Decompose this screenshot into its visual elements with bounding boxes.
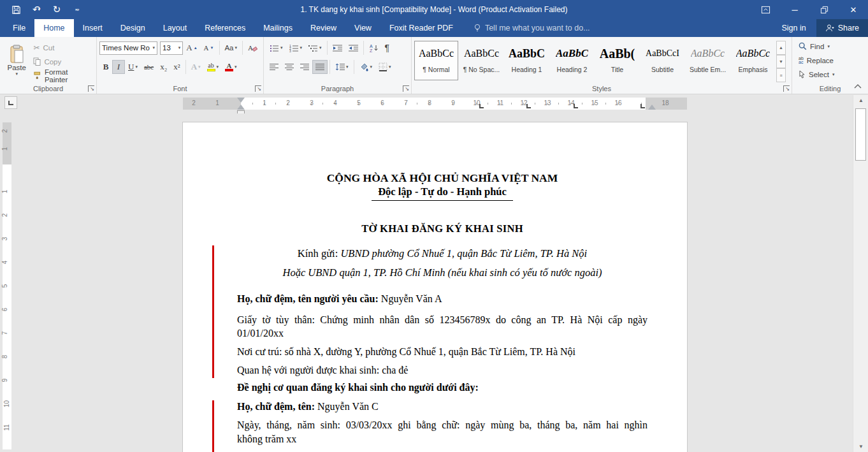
style-title[interactable]: AaBb( Title xyxy=(595,41,639,80)
replace-button[interactable]: abac Replace xyxy=(799,54,865,67)
undo-dropdown-icon[interactable]: ▾ xyxy=(38,7,41,12)
styles-scroll-up-icon[interactable]: ▲ xyxy=(776,41,786,55)
style-emphasis[interactable]: AaBbCc Emphasis xyxy=(731,41,775,80)
font-family-value: Times New Ro xyxy=(102,44,150,52)
font-size-combobox[interactable]: 13 ▾ xyxy=(160,41,183,55)
font-size-dropdown-icon[interactable]: ▾ xyxy=(178,45,181,50)
borders-button[interactable]: ▾ xyxy=(375,60,394,74)
tab-file[interactable]: File xyxy=(4,19,34,37)
customize-qat-icon[interactable]: ≂ xyxy=(68,1,87,18)
clipboard-dialog-launcher[interactable]: ↘ xyxy=(88,85,94,92)
select-dropdown-icon[interactable]: ▾ xyxy=(832,72,835,77)
first-line-indent-marker[interactable] xyxy=(237,98,245,103)
bold-button[interactable]: B xyxy=(99,60,112,74)
tab-insert[interactable]: Insert xyxy=(74,19,112,37)
tab-home[interactable]: Home xyxy=(34,19,73,37)
right-indent-marker[interactable] xyxy=(648,105,656,110)
style-normal[interactable]: AaBbCc ¶ Normal xyxy=(414,41,458,80)
increase-indent-button[interactable] xyxy=(345,41,361,55)
tab-references[interactable]: References xyxy=(196,19,254,37)
borders-dropdown-icon[interactable]: ▾ xyxy=(389,64,391,69)
align-center-button[interactable] xyxy=(282,60,297,74)
tab-design[interactable]: Design xyxy=(112,19,154,37)
select-button[interactable]: Select▾ xyxy=(799,68,865,81)
font-family-combobox[interactable]: Times New Ro ▾ xyxy=(99,41,157,55)
text-effects-button[interactable]: A▾ xyxy=(188,60,204,74)
tab-foxit-reader-pdf[interactable]: Foxit Reader PDF xyxy=(380,19,462,37)
paste-button[interactable]: Paste ▾ xyxy=(3,40,31,82)
find-button[interactable]: Find▾ xyxy=(799,40,865,53)
sort-button[interactable]: AZ xyxy=(366,41,382,55)
share-button[interactable]: Share xyxy=(816,19,868,37)
minimize-button[interactable]: ─ xyxy=(780,0,809,19)
clear-formatting-button[interactable]: A xyxy=(245,41,261,55)
style-subtle-emphasis[interactable]: AaBbCc Subtle Em... xyxy=(686,41,730,80)
vertical-scrollbar[interactable]: ▲ ▼ xyxy=(853,95,868,452)
line-spacing-button[interactable]: ▾ xyxy=(332,60,352,74)
shading-button[interactable]: ▾ xyxy=(356,60,376,74)
format-painter-button[interactable]: Format Painter xyxy=(31,69,94,82)
vertical-ruler[interactable]: 211234567891011 xyxy=(2,113,12,452)
restore-button[interactable] xyxy=(809,0,839,19)
styles-gallery-more-icon[interactable]: ≡ xyxy=(776,68,786,82)
tab-review[interactable]: Review xyxy=(301,19,345,37)
decrease-indent-button[interactable] xyxy=(329,41,345,55)
align-right-button[interactable] xyxy=(297,60,312,74)
style-subtitle[interactable]: AaBbCcI Subtitle xyxy=(640,41,684,80)
collapse-ribbon-icon[interactable] xyxy=(854,84,864,92)
multilevel-dropdown-icon[interactable]: ▾ xyxy=(319,45,322,50)
strikethrough-button[interactable]: abc xyxy=(141,60,157,74)
scroll-down-icon[interactable]: ▼ xyxy=(853,441,868,452)
justify-button[interactable] xyxy=(312,60,328,74)
shrink-font-button[interactable]: A▼ xyxy=(201,41,217,55)
paste-dropdown-icon[interactable]: ▾ xyxy=(15,71,18,77)
italic-button[interactable]: I xyxy=(112,60,125,74)
align-left-button[interactable] xyxy=(266,60,282,74)
styles-scroll-down-icon[interactable]: ▼ xyxy=(776,55,786,69)
grow-font-button[interactable]: A▲ xyxy=(183,41,200,55)
scroll-up-icon[interactable]: ▲ xyxy=(853,95,868,106)
font-family-dropdown-icon[interactable]: ▾ xyxy=(152,45,155,50)
bullets-button[interactable]: ▾ xyxy=(266,41,286,55)
font-color-dropdown-icon[interactable]: ▾ xyxy=(235,64,237,69)
find-dropdown-icon[interactable]: ▾ xyxy=(827,44,830,49)
tab-mailings[interactable]: Mailings xyxy=(254,19,301,37)
styles-dialog-launcher[interactable]: ↘ xyxy=(783,85,790,92)
style-heading-1[interactable]: AaBbC Heading 1 xyxy=(505,41,549,80)
scrollbar-thumb[interactable] xyxy=(855,108,866,161)
tell-me-box[interactable]: Tell me what you want to do... xyxy=(474,19,590,37)
hanging-indent-marker[interactable] xyxy=(237,105,245,110)
close-button[interactable]: ✕ xyxy=(839,0,868,19)
style-heading-2[interactable]: AaBbC Heading 2 xyxy=(550,41,594,80)
paragraph-dialog-launcher[interactable]: ↘ xyxy=(403,85,409,92)
tab-view[interactable]: View xyxy=(345,19,380,37)
show-paragraph-marks-button[interactable]: ¶ xyxy=(382,41,393,55)
style-no-spacing[interactable]: AaBbCc ¶ No Spac... xyxy=(459,41,503,80)
document-page[interactable]: CỘNG HÒA XÃ HỘI CHỦ NGHĨA VIỆT NAM Độc l… xyxy=(183,122,687,452)
ribbon-display-options-icon[interactable] xyxy=(751,0,780,19)
underline-button[interactable]: U▾ xyxy=(125,60,141,74)
sign-in-link[interactable]: Sign in xyxy=(771,19,816,37)
horizontal-ruler[interactable]: 211234567891011121314151618 xyxy=(183,98,687,110)
redo-button[interactable]: ↻ xyxy=(47,1,66,18)
save-icon[interactable] xyxy=(6,1,25,18)
copy-button[interactable]: Copy xyxy=(31,55,94,68)
undo-button[interactable]: ↶▾ xyxy=(27,1,46,18)
tab-stop-selector[interactable] xyxy=(4,96,17,109)
line-spacing-dropdown-icon[interactable]: ▾ xyxy=(346,64,349,69)
subscript-button[interactable]: x₂ xyxy=(157,60,170,74)
numbering-button[interactable]: 123▾ xyxy=(286,41,306,55)
font-color-button[interactable]: A ▾ xyxy=(222,60,240,74)
underline-dropdown-icon[interactable]: ▾ xyxy=(135,64,138,69)
bullets-dropdown-icon[interactable]: ▾ xyxy=(280,45,283,50)
change-case-button[interactable]: Aa▾ xyxy=(221,41,240,55)
highlight-color-button[interactable]: ab ▾ xyxy=(204,60,222,74)
tab-layout[interactable]: Layout xyxy=(154,19,196,37)
cut-button[interactable]: ✂ Cut xyxy=(31,41,94,54)
font-dialog-launcher[interactable]: ↘ xyxy=(255,85,261,92)
numbering-dropdown-icon[interactable]: ▾ xyxy=(300,45,303,50)
superscript-button[interactable]: x² xyxy=(170,60,183,74)
shading-dropdown-icon[interactable]: ▾ xyxy=(370,64,373,69)
highlight-dropdown-icon[interactable]: ▾ xyxy=(217,64,219,69)
multilevel-list-button[interactable]: ▾ xyxy=(305,41,325,55)
